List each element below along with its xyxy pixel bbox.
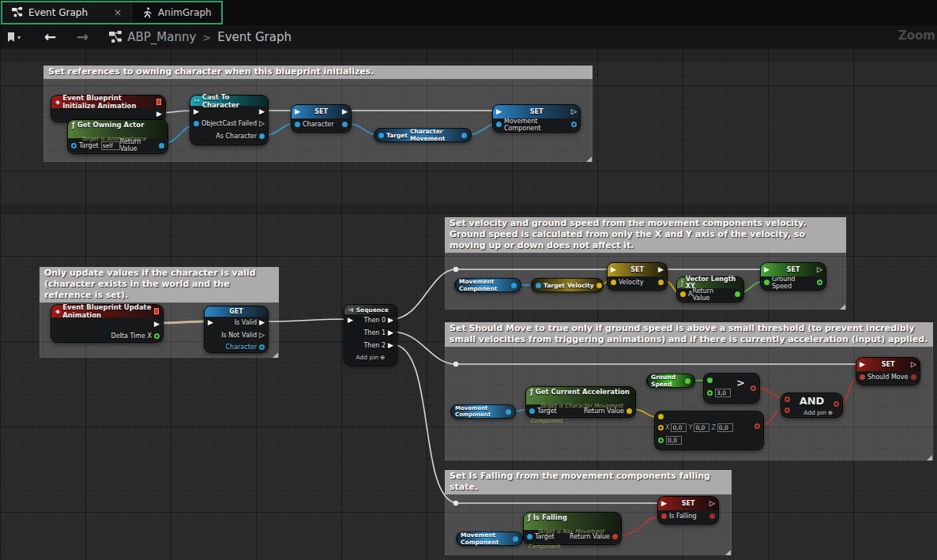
comment-init-header[interactable]: Set references to owning character when …	[43, 66, 593, 79]
bookmarks-button[interactable]: ▾	[0, 32, 27, 43]
tab-event-graph[interactable]: Event Graph ×	[2, 2, 131, 23]
node-vector-length-xy[interactable]: ƒ Vector Length XY A Return Value	[676, 276, 744, 303]
comment-velocity-header[interactable]: Set velocity and ground speed from the m…	[445, 217, 846, 253]
comment-should-move-header[interactable]: Set Should Move to true only if ground s…	[445, 322, 933, 347]
node-get-character-movement[interactable]: Target Character Movement	[374, 128, 472, 142]
character-pin[interactable]	[295, 122, 300, 127]
is-falling-pin[interactable]	[661, 513, 667, 519]
node-get-movement-component[interactable]: Movement Component	[454, 278, 521, 292]
forward-button[interactable]: →	[70, 30, 95, 44]
a-pin[interactable]	[658, 414, 664, 419]
node-set-is-falling[interactable]: ▶ SET ▷ Is Falling	[657, 496, 719, 524]
then0-pin[interactable]: ▶	[388, 317, 393, 324]
a-pin[interactable]	[680, 291, 686, 297]
b-pin[interactable]	[707, 390, 713, 396]
node-get-movement-component[interactable]: Movement Component	[450, 404, 516, 419]
exec-in-pin[interactable]: ▶	[194, 108, 199, 115]
input-b-pin[interactable]	[785, 408, 790, 413]
node-get-velocity[interactable]: Target Velocity	[531, 278, 604, 292]
result-pin[interactable]	[751, 385, 756, 391]
resize-handle-icon[interactable]: ◢	[840, 303, 845, 310]
return-value-pin[interactable]	[159, 143, 164, 148]
node-get-movement-component[interactable]: Movement Component	[456, 532, 523, 546]
output-pin[interactable]	[817, 280, 822, 285]
resize-handle-icon[interactable]: ◢	[273, 351, 278, 359]
close-icon[interactable]: ×	[114, 7, 122, 18]
output-pin[interactable]	[911, 374, 916, 380]
target-pin[interactable]	[378, 133, 384, 138]
exec-in-pin[interactable]: ▶	[208, 319, 213, 326]
add-pin-button[interactable]: Add pin⊕	[803, 409, 833, 416]
output-pin[interactable]	[709, 513, 715, 519]
return-value-pin[interactable]	[612, 534, 618, 539]
exec-out-pin[interactable]: ▶	[156, 111, 162, 118]
node-set-ground-speed[interactable]: ▶ SET ▷ Ground Speed	[760, 262, 826, 291]
self-value-input[interactable]	[101, 141, 120, 150]
y-value-input[interactable]	[694, 423, 709, 432]
node-set-should-move[interactable]: ▶ SET ▷ Should Move	[856, 357, 920, 385]
then1-pin[interactable]: ▶	[388, 329, 393, 336]
node-event-initialize[interactable]: ◈ Event Blueprint Initialize Animation ▶	[51, 95, 166, 122]
node-get-current-acceleration[interactable]: ƒGet Current Acceleration Target is Char…	[525, 386, 636, 418]
b-pin[interactable]	[658, 425, 664, 430]
node-event-update[interactable]: ◈ Event Blueprint Update Animation ▶ Del…	[51, 304, 164, 343]
return-value-pin[interactable]	[627, 408, 632, 414]
velocity-pin[interactable]	[611, 280, 616, 285]
target-pin[interactable]	[71, 143, 77, 148]
node-set-movement-component[interactable]: ▶ SET ▷ Movement Component	[492, 104, 581, 133]
output-pin[interactable]	[511, 283, 517, 288]
node-get-owning-actor[interactable]: ƒGet Owning Actor Target is Anim Instanc…	[67, 119, 168, 154]
node-set-character[interactable]: ▶ SET ▶ Character	[291, 104, 352, 133]
breadcrumb-current-graph[interactable]: Event Graph	[217, 30, 292, 44]
back-button[interactable]: ←	[38, 30, 62, 44]
output-pin[interactable]	[506, 409, 511, 415]
delta-time-pin[interactable]	[154, 333, 160, 339]
output-pin[interactable]	[571, 122, 577, 127]
node-get-character-validated[interactable]: GET ▶ Is Valid▶ Is Not Valid▷ Character	[204, 306, 269, 353]
b-value-input[interactable]	[715, 389, 731, 397]
ground-speed-pin[interactable]	[764, 280, 770, 285]
exec-in-pin[interactable]: ▶	[348, 317, 353, 324]
node-is-falling[interactable]: ƒIs Falling Target is Nav Movement Compo…	[523, 512, 622, 545]
x-value-input[interactable]	[671, 423, 687, 432]
node-greater-than[interactable]: >	[703, 373, 760, 404]
node-set-velocity[interactable]: ▶ SET ▶ Velocity	[607, 262, 668, 291]
comment-falling-header[interactable]: Set Is Falling from the movement compone…	[445, 470, 732, 494]
resize-handle-icon[interactable]: ◢	[586, 156, 592, 163]
then2-pin[interactable]: ▶	[388, 342, 393, 349]
movement-component-pin[interactable]	[496, 122, 502, 127]
node-and[interactable]: AND Add pin⊕	[781, 393, 843, 418]
output-pin[interactable]	[658, 280, 664, 285]
node-get-ground-speed[interactable]: Ground Speed	[646, 374, 695, 388]
target-pin[interactable]	[536, 283, 541, 288]
is-valid-pin[interactable]: ▶	[259, 319, 265, 326]
add-pin-button[interactable]: Add pin⊕	[356, 354, 386, 361]
output-pin[interactable]	[596, 283, 602, 288]
node-sequence[interactable]: ⇉ Sequence ▶ Then 0▶ Then 1▶ Then 2▶ Add…	[344, 304, 397, 366]
output-pin[interactable]	[342, 122, 348, 127]
output-pin[interactable]	[461, 133, 467, 138]
z-value-input[interactable]	[717, 423, 733, 432]
exec-out-pin[interactable]: ▶	[154, 321, 160, 328]
node-cast-to-character[interactable]: ↦ Cast To Character ▶ ▶ Object Cast Fail…	[190, 95, 269, 145]
result-pin[interactable]	[754, 423, 760, 429]
target-pin[interactable]	[529, 408, 535, 414]
exec-out-pin[interactable]: ▶	[259, 108, 265, 115]
character-pin[interactable]	[259, 344, 265, 350]
resize-handle-icon[interactable]: ◢	[725, 549, 731, 556]
resize-handle-icon[interactable]: ◢	[927, 454, 932, 461]
breadcrumb-asset[interactable]: ABP_Manny	[127, 30, 196, 44]
comment-valid-header[interactable]: Only update values if the character is v…	[40, 267, 279, 303]
cast-failed-pin[interactable]: ▷	[259, 120, 265, 127]
is-not-valid-pin[interactable]: ▷	[259, 332, 265, 339]
tolerance-input[interactable]	[666, 436, 682, 445]
node-not-equal-vector[interactable]: X Y Z	[654, 411, 764, 450]
a-pin[interactable]	[707, 378, 713, 383]
object-pin[interactable]	[194, 121, 199, 126]
tolerance-pin[interactable]	[658, 438, 664, 443]
output-pin[interactable]	[513, 536, 518, 542]
should-move-pin[interactable]	[860, 374, 865, 380]
output-pin[interactable]	[685, 378, 691, 384]
return-value-pin[interactable]	[735, 291, 740, 297]
tab-anim-graph[interactable]: AnimGraph	[132, 2, 221, 23]
